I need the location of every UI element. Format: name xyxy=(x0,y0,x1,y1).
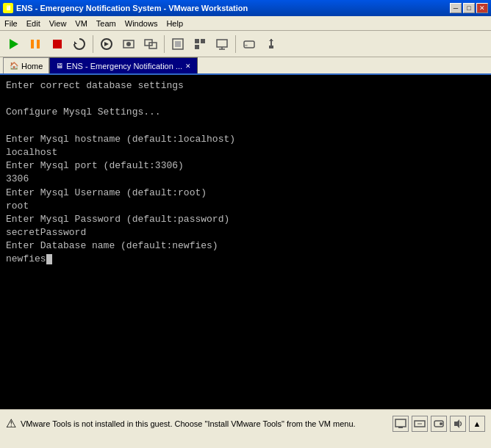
home-icon: 🏠 xyxy=(10,62,18,70)
window-title: ENS - Emergency Notification System - VM… xyxy=(16,4,248,12)
app-icon: 🖥 xyxy=(3,3,13,13)
toolbar-ctrl-alt-del[interactable]: ⌨ xyxy=(239,34,259,54)
toolbar-unity[interactable] xyxy=(190,34,210,54)
maximize-button[interactable]: □ xyxy=(463,3,475,13)
menu-edit[interactable]: Edit xyxy=(22,18,45,29)
status-vm-icon[interactable] xyxy=(393,416,409,432)
svg-marker-21 xyxy=(269,39,273,41)
status-hdd-icon[interactable] xyxy=(431,416,447,432)
tab-close-icon[interactable]: ✕ xyxy=(185,62,191,70)
status-icons: ▲ xyxy=(393,416,485,432)
status-sound-icon[interactable] xyxy=(450,416,466,432)
menu-windows[interactable]: Windows xyxy=(121,18,162,29)
toolbar-usb[interactable] xyxy=(261,34,282,54)
svg-marker-0 xyxy=(10,39,18,49)
toolbar-sep-1 xyxy=(93,35,93,53)
svg-rect-1 xyxy=(31,40,34,48)
tab-bar: 🏠 Home 🖥 ENS - Emergency Notification ..… xyxy=(0,57,491,75)
tab-home[interactable]: 🏠 Home xyxy=(3,57,49,73)
svg-point-7 xyxy=(126,42,131,46)
minimize-button[interactable]: ─ xyxy=(450,3,462,13)
menu-help[interactable]: Help xyxy=(162,18,187,29)
status-bar: ⚠ VMware Tools is not installed in this … xyxy=(0,409,491,437)
toolbar-snapshot-manager[interactable] xyxy=(140,34,161,54)
svg-marker-4 xyxy=(74,41,77,44)
toolbar: ⌨ xyxy=(0,31,491,57)
toolbar-sep-3 xyxy=(235,35,236,53)
title-bar-content: 🖥 ENS - Emergency Notification System - … xyxy=(3,3,248,13)
svg-rect-13 xyxy=(201,39,205,43)
title-bar: 🖥 ENS - Emergency Notification System - … xyxy=(0,0,491,16)
svg-rect-3 xyxy=(53,40,62,48)
toolbar-power-off[interactable] xyxy=(47,34,68,54)
vm-icon: 🖥 xyxy=(56,62,63,70)
svg-rect-23 xyxy=(395,419,406,427)
toolbar-power-on[interactable] xyxy=(3,34,24,54)
status-network-icon[interactable] xyxy=(412,416,428,432)
svg-text:⌨: ⌨ xyxy=(245,43,248,48)
close-button[interactable]: ✕ xyxy=(476,3,488,13)
svg-rect-2 xyxy=(37,40,40,48)
window-controls: ─ □ ✕ xyxy=(450,3,488,13)
menu-file[interactable]: File xyxy=(0,18,22,29)
toolbar-restart[interactable] xyxy=(69,34,90,54)
menu-team[interactable]: Team xyxy=(92,18,121,29)
terminal-output: Enter correct database settings Configur… xyxy=(6,79,485,267)
menu-view[interactable]: View xyxy=(45,18,71,29)
svg-point-28 xyxy=(440,422,442,425)
terminal-cursor xyxy=(46,254,52,264)
toolbar-revert[interactable] xyxy=(96,34,117,54)
status-text: VMware Tools is not installed in this gu… xyxy=(21,419,388,428)
svg-rect-22 xyxy=(269,46,273,48)
tab-ens[interactable]: 🖥 ENS - Emergency Notification ... ✕ xyxy=(49,57,198,73)
toolbar-fullscreen[interactable] xyxy=(168,34,188,54)
svg-rect-14 xyxy=(195,45,199,49)
svg-rect-15 xyxy=(217,40,227,47)
toolbar-suspend[interactable] xyxy=(25,34,46,54)
status-expand-icon[interactable]: ▲ xyxy=(469,416,485,432)
terminal-area[interactable]: Enter correct database settings Configur… xyxy=(0,75,491,409)
toolbar-sep-2 xyxy=(164,35,165,53)
toolbar-snapshot-create[interactable] xyxy=(118,34,139,54)
toolbar-display[interactable] xyxy=(212,34,232,54)
menu-bar: File Edit View VM Team Windows Help xyxy=(0,16,491,31)
tab-home-label: Home xyxy=(21,62,43,71)
svg-rect-24 xyxy=(398,427,403,428)
tab-ens-label: ENS - Emergency Notification ... xyxy=(66,62,182,71)
svg-marker-29 xyxy=(454,419,459,428)
menu-vm[interactable]: VM xyxy=(71,18,92,29)
warning-icon: ⚠ xyxy=(6,416,16,430)
svg-rect-12 xyxy=(195,39,199,43)
svg-rect-11 xyxy=(175,41,181,47)
